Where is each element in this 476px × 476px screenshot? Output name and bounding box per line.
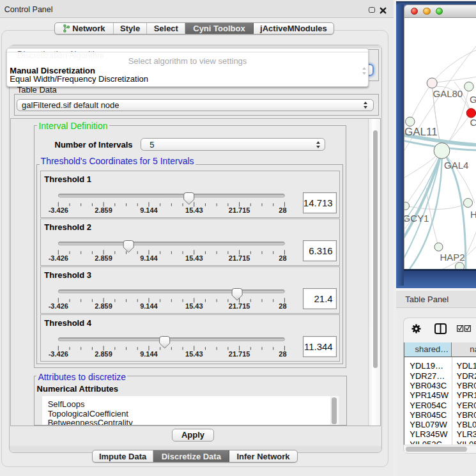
svg-text:GAL4: GAL4: [444, 160, 468, 171]
svg-text:GAL11: GAL11: [404, 126, 438, 138]
svg-text:15.43: 15.43: [185, 254, 203, 262]
svg-text:21.715: 21.715: [229, 206, 250, 214]
svg-text:15.43: 15.43: [185, 206, 203, 214]
svg-text:2.859: 2.859: [95, 302, 112, 310]
svg-text:-3.426: -3.426: [48, 302, 68, 310]
svg-text:21.715: 21.715: [229, 350, 250, 358]
svg-text:-3.426: -3.426: [48, 350, 68, 358]
svg-text:28: 28: [279, 302, 286, 310]
svg-text:9.144: 9.144: [140, 206, 158, 214]
svg-text:2.859: 2.859: [95, 350, 112, 358]
svg-text:21.715: 21.715: [229, 302, 250, 310]
svg-text:-3.426: -3.426: [48, 206, 68, 214]
svg-text:-3.426: -3.426: [48, 254, 68, 262]
svg-text:15.43: 15.43: [185, 350, 203, 358]
svg-text:2.859: 2.859: [95, 206, 112, 214]
svg-text:21.715: 21.715: [229, 254, 250, 262]
svg-text:9.144: 9.144: [140, 350, 158, 358]
svg-text:9.144: 9.144: [140, 302, 158, 310]
svg-text:H: H: [470, 208, 476, 219]
svg-text:28: 28: [279, 350, 286, 358]
svg-text:9.144: 9.144: [140, 254, 158, 262]
svg-text:HAP2: HAP2: [440, 252, 464, 263]
svg-text:28: 28: [279, 206, 286, 214]
svg-text:GCY1: GCY1: [404, 212, 429, 223]
svg-text:C: C: [470, 117, 476, 128]
svg-text:28: 28: [279, 254, 286, 262]
svg-text:GAL: GAL: [470, 94, 476, 105]
svg-text:15.43: 15.43: [185, 302, 203, 310]
svg-text:2.859: 2.859: [95, 254, 112, 262]
svg-text:GAL80: GAL80: [433, 88, 463, 99]
